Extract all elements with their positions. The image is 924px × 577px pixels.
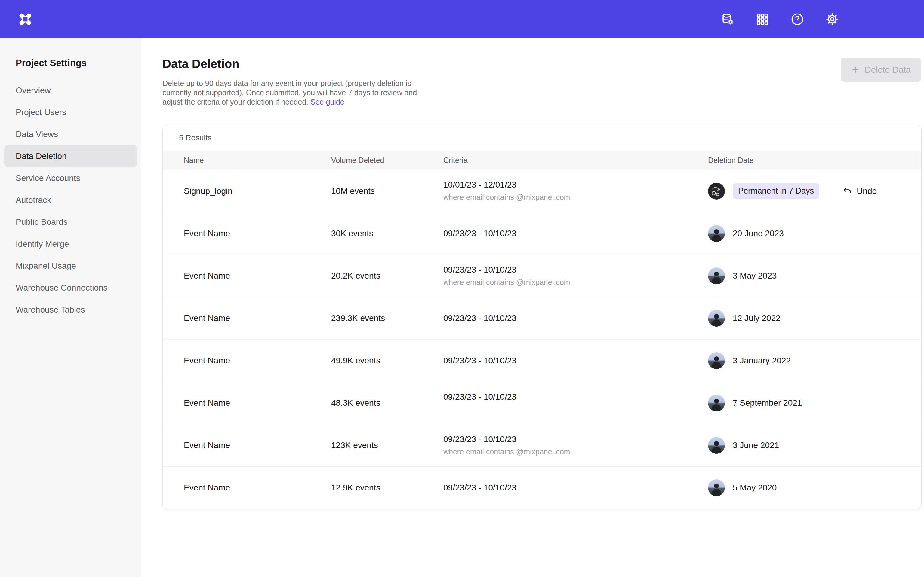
sidebar-item-warehouse-connections[interactable]: Warehouse Connections: [4, 277, 137, 299]
deletion-table-card: 5 Results Name Volume Deleted Criteria D…: [162, 125, 922, 509]
row-criteria: 09/23/23 - 10/10/23: [443, 356, 708, 366]
table-row: Event Name30K events09/23/23 - 10/10/232…: [163, 212, 921, 255]
row-criteria: 09/23/23 - 10/10/23: [443, 313, 708, 323]
user-avatar: [708, 268, 725, 284]
row-criteria: 09/23/23 - 10/10/23: [443, 392, 708, 414]
help-icon[interactable]: [790, 12, 805, 27]
sidebar-item-mixpanel-usage[interactable]: Mixpanel Usage: [4, 255, 137, 277]
deletion-date-text: 7 September 2021: [733, 398, 802, 408]
sidebar-title: Project Settings: [4, 58, 137, 69]
data-management-icon[interactable]: [720, 12, 735, 27]
criteria-filter-text: where email contains @mixpanel.com: [443, 193, 708, 202]
user-avatar: [708, 352, 725, 369]
column-header-volume: Volume Deleted: [331, 156, 443, 165]
table-row: Event Name123K events09/23/23 - 10/10/23…: [163, 424, 921, 466]
sidebar-item-overview[interactable]: Overview: [4, 79, 137, 101]
row-name: Event Name: [184, 229, 331, 238]
row-volume-deleted: 10M events: [331, 186, 443, 196]
user-avatar: [708, 479, 725, 496]
main-content: Data Deletion Delete up to 90 days data …: [141, 39, 924, 577]
row-name: Event Name: [184, 440, 331, 450]
table-row: Event Name49.9K events09/23/23 - 10/10/2…: [163, 339, 921, 382]
deletion-date-text: 3 June 2021: [733, 440, 779, 450]
criteria-date-range: 09/23/23 - 10/10/23: [443, 392, 708, 402]
user-avatar: [708, 437, 725, 454]
criteria-filter-text: where email contains @mixpanel.com: [443, 448, 708, 456]
user-avatar: [708, 395, 725, 411]
criteria-date-range: 09/23/23 - 10/10/23: [443, 483, 708, 493]
undo-button[interactable]: Undo: [843, 186, 877, 196]
row-deletion-date: Permanent in 7 DaysUndo: [708, 183, 921, 200]
row-deletion-date: 3 January 2022: [708, 352, 921, 369]
sidebar-item-warehouse-tables[interactable]: Warehouse Tables: [4, 299, 137, 321]
top-bar: [0, 0, 924, 39]
row-deletion-date: 3 June 2021: [708, 437, 921, 454]
row-criteria: 09/23/23 - 10/10/23: [443, 483, 708, 493]
see-guide-link[interactable]: See guide: [310, 98, 344, 106]
row-name: Event Name: [184, 313, 331, 323]
sidebar-item-autotrack[interactable]: Autotrack: [4, 189, 137, 211]
mixpanel-logo-icon[interactable]: [18, 11, 33, 27]
row-volume-deleted: 12.9K events: [331, 483, 443, 493]
row-volume-deleted: 48.3K events: [331, 398, 443, 408]
table-row: Event Name239.3K events09/23/23 - 10/10/…: [163, 297, 921, 339]
delete-data-button[interactable]: Delete Data: [841, 58, 921, 82]
permanent-status-badge: Permanent in 7 Days: [733, 183, 819, 199]
table-row: Signup_login10M events10/01/23 - 12/01/2…: [163, 170, 921, 212]
sidebar-item-data-deletion[interactable]: Data Deletion: [4, 145, 137, 167]
row-volume-deleted: 123K events: [331, 440, 443, 450]
row-criteria: 10/01/23 - 12/01/23where email contains …: [443, 180, 708, 202]
row-volume-deleted: 49.9K events: [331, 356, 443, 366]
table-row: Event Name12.9K events09/23/23 - 10/10/2…: [163, 466, 921, 509]
sidebar-item-service-accounts[interactable]: Service Accounts: [4, 167, 137, 189]
row-deletion-date: 3 May 2023: [708, 268, 921, 284]
apps-grid-icon[interactable]: [755, 12, 770, 27]
column-header-name: Name: [184, 156, 331, 165]
criteria-date-range: 09/23/23 - 10/10/23: [443, 229, 708, 238]
sidebar-item-project-users[interactable]: Project Users: [4, 101, 137, 123]
row-deletion-date: 5 May 2020: [708, 479, 921, 496]
row-name: Event Name: [184, 271, 331, 281]
column-header-deletion-date: Deletion Date: [708, 156, 921, 165]
sidebar-nav: OverviewProject UsersData ViewsData Dele…: [4, 79, 137, 321]
criteria-filter-text: where email contains @mixpanel.com: [443, 278, 708, 287]
row-volume-deleted: 239.3K events: [331, 313, 443, 323]
row-criteria: 09/23/23 - 10/10/23where email contains …: [443, 265, 708, 287]
deletion-date-text: 20 June 2023: [733, 229, 784, 238]
deletion-date-text: 12 July 2022: [733, 313, 780, 323]
row-deletion-date: 12 July 2022: [708, 310, 921, 327]
plus-icon: [851, 65, 860, 74]
row-deletion-date: 7 September 2021: [708, 395, 921, 411]
settings-icon[interactable]: [825, 12, 840, 27]
undo-icon: [843, 186, 853, 196]
sidebar-item-data-views[interactable]: Data Views: [4, 123, 137, 145]
undo-label: Undo: [857, 186, 877, 196]
user-avatar: [708, 310, 725, 327]
criteria-date-range: 10/01/23 - 12/01/23: [443, 180, 708, 190]
criteria-date-range: 09/23/23 - 10/10/23: [443, 356, 708, 366]
column-header-criteria: Criteria: [443, 156, 708, 165]
page-description-text: Delete up to 90 days data for any event …: [162, 79, 417, 106]
user-avatar: [708, 225, 725, 242]
sidebar: Project Settings OverviewProject UsersDa…: [0, 39, 141, 577]
deletion-date-text: 3 May 2023: [733, 271, 777, 281]
deletion-date-text: 3 January 2022: [733, 356, 791, 366]
row-criteria: 09/23/23 - 10/10/23where email contains …: [443, 435, 708, 456]
results-count: 5 Results: [163, 125, 921, 151]
deletion-date-text: 5 May 2020: [733, 483, 777, 493]
criteria-date-range: 09/23/23 - 10/10/23: [443, 435, 708, 444]
page-description: Delete up to 90 days data for any event …: [162, 79, 436, 107]
page-title: Data Deletion: [162, 57, 239, 71]
row-criteria: 09/23/23 - 10/10/23: [443, 229, 708, 238]
topbar-icon-group: [720, 12, 840, 27]
row-name: Signup_login: [184, 186, 331, 196]
criteria-filter-text: [443, 405, 708, 414]
row-name: Event Name: [184, 398, 331, 408]
table-body: Signup_login10M events10/01/23 - 12/01/2…: [163, 170, 921, 509]
sidebar-item-public-boards[interactable]: Public Boards: [4, 211, 137, 233]
criteria-date-range: 09/23/23 - 10/10/23: [443, 313, 708, 323]
row-name: Event Name: [184, 483, 331, 493]
row-deletion-date: 20 June 2023: [708, 225, 921, 242]
sidebar-item-identity-merge[interactable]: Identity Merge: [4, 233, 137, 255]
criteria-date-range: 09/23/23 - 10/10/23: [443, 265, 708, 275]
